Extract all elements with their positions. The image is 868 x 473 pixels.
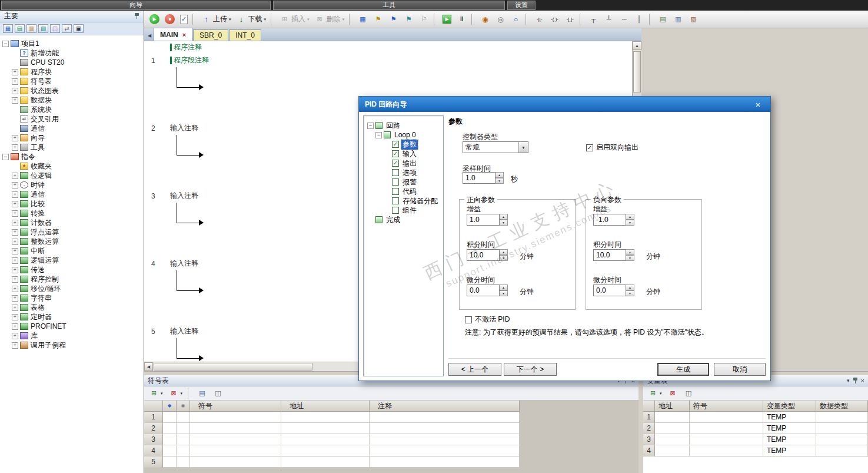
expander-icon[interactable] (12, 210, 18, 217)
symbol-cell[interactable] (690, 412, 763, 423)
row-number[interactable]: 1 (643, 412, 655, 423)
nav-data-block-icon[interactable] (38, 24, 48, 33)
properties-button[interactable]: ▾ (686, 12, 701, 27)
reverse-integral-field[interactable] (593, 249, 626, 261)
network-number[interactable]: 5 (151, 328, 155, 336)
forward-integral-field[interactable] (467, 249, 500, 261)
comment-column-header[interactable]: 注释 (370, 401, 520, 412)
project-tree-item[interactable]: 程序控制 (0, 274, 144, 284)
row-number[interactable]: 3 (643, 434, 655, 445)
filter-button[interactable]: ▾ (211, 388, 225, 399)
wizard-tree-item[interactable]: Loop 0 (364, 130, 443, 140)
wizard-tree-item[interactable]: 参数 (364, 140, 443, 149)
expander-icon[interactable] (12, 286, 18, 292)
spinner[interactable]: ▲▼ (500, 214, 508, 226)
symbol-cell[interactable] (190, 434, 281, 445)
spinner[interactable]: ▲▼ (626, 285, 634, 296)
symbol-type-cell[interactable] (163, 423, 177, 434)
project-tree-item[interactable]: 收藏夹 (0, 161, 144, 171)
close-icon[interactable]: × (861, 378, 864, 384)
address-column-header[interactable]: 地址 (655, 401, 690, 412)
project-tree-item[interactable]: CPU ST20 (0, 58, 144, 67)
project-tree-item[interactable]: 库 (0, 331, 144, 340)
step-checkbox-icon[interactable] (392, 188, 399, 195)
sample-time-field[interactable] (463, 172, 495, 184)
table-row[interactable]: 4 TEMP (643, 445, 868, 457)
network-comment[interactable]: 输入注释 (170, 328, 198, 335)
step-checkbox-icon[interactable] (392, 197, 399, 204)
var-type-column-header[interactable]: 变量类型 (763, 401, 816, 412)
table-row[interactable]: 2 TEMP (643, 423, 868, 434)
step-checkbox-icon[interactable] (392, 178, 399, 186)
comment-cell[interactable] (370, 412, 520, 423)
address-cell[interactable] (655, 445, 690, 457)
network-number[interactable]: 3 (151, 192, 155, 200)
project-tree-item[interactable]: 指令 (0, 152, 144, 161)
insert-row-button[interactable]: ▾ (646, 388, 664, 399)
read-forced-button[interactable]: ▾ (508, 12, 523, 27)
spinner[interactable]: ▲▼ (500, 249, 508, 261)
forward-integral-input[interactable]: ▲▼ (467, 249, 508, 261)
wizard-tree-item[interactable]: 输入 (364, 149, 443, 158)
insert-coil-button[interactable]: ▾ (547, 12, 562, 27)
symbol-status-cell[interactable] (177, 457, 190, 468)
expander-icon[interactable] (375, 132, 382, 138)
program-status-button[interactable]: ▾ (440, 12, 454, 27)
row-number[interactable]: 3 (144, 434, 163, 445)
table-row[interactable]: 3 TEMP (643, 434, 868, 445)
step-checkbox-icon[interactable] (392, 160, 399, 167)
project-tree-item[interactable]: 符号表 (0, 77, 144, 86)
step-checkbox-icon[interactable] (392, 207, 399, 214)
address-cell[interactable] (281, 445, 370, 457)
symbol-status-cell[interactable] (177, 412, 190, 423)
wizard-tree-item[interactable]: 代码 (364, 187, 443, 196)
symbol-column-header[interactable]: 符号 (690, 401, 763, 412)
upload-button[interactable]: 上传 ▾ (199, 12, 234, 27)
network-comment[interactable]: 输入注释 (170, 124, 198, 132)
address-cell[interactable] (655, 434, 690, 445)
data-type-cell[interactable] (816, 412, 868, 423)
project-tree-item[interactable]: 通信 (0, 190, 144, 199)
expander-icon[interactable] (12, 97, 18, 104)
nav-system-block-icon[interactable] (50, 24, 60, 33)
previous-bookmark-button[interactable]: ▾ (401, 12, 416, 27)
scroll-tabs-left-button[interactable]: ◀ (145, 30, 154, 41)
network-number[interactable]: 1 (151, 57, 155, 65)
expander-icon[interactable] (12, 333, 18, 339)
insert-box-button[interactable]: ▾ (563, 12, 577, 27)
symbol-info-table-button[interactable]: ▾ (656, 12, 670, 27)
reverse-integral-input[interactable]: ▲▼ (593, 249, 634, 261)
data-type-column-header[interactable]: 数据类型 (816, 401, 868, 412)
project-tree-item[interactable]: 时钟 (0, 180, 144, 190)
row-number[interactable]: 5 (144, 457, 163, 468)
floating-toolbar-title[interactable]: 向导 (1, 1, 271, 10)
forward-gain-field[interactable] (467, 214, 500, 226)
floating-toolbar-title[interactable]: 设置 (507, 1, 536, 10)
comment-cell[interactable] (370, 434, 520, 445)
cancel-button[interactable]: 取消 (714, 363, 766, 376)
filter-button[interactable]: ▾ (681, 388, 696, 399)
reverse-gain-field[interactable] (593, 214, 626, 226)
table-row[interactable]: 1 (144, 412, 638, 423)
step-checkbox-icon[interactable] (392, 141, 399, 148)
project-tree-item[interactable]: 新增功能 (0, 48, 144, 58)
project-tree-item[interactable]: 项目1 (0, 39, 144, 48)
program-comment[interactable]: 程序注释 (170, 44, 202, 51)
symbol-status-cell[interactable] (177, 423, 190, 434)
nav-program-editor-icon[interactable] (3, 24, 13, 33)
scroll-left-icon[interactable]: ◀ (144, 362, 153, 371)
wizard-tree-item[interactable]: 选项 (364, 168, 443, 177)
project-tree-item[interactable]: 中断 (0, 246, 144, 256)
expander-icon[interactable] (12, 314, 18, 320)
nav-cross-reference-icon[interactable] (62, 24, 72, 33)
close-icon[interactable]: × (751, 100, 764, 110)
table-row[interactable]: 2 (144, 423, 638, 434)
project-tree-item[interactable]: 交叉引用 (0, 114, 144, 124)
scrollbar-thumb[interactable] (154, 363, 312, 371)
expander-icon[interactable] (12, 144, 18, 151)
project-tree-item[interactable]: 状态图表 (0, 86, 144, 95)
chevron-down-icon[interactable]: ▼ (518, 142, 528, 153)
run-button[interactable]: ▾ (147, 12, 162, 27)
expander-icon[interactable] (12, 276, 18, 283)
address-cell[interactable] (281, 423, 370, 434)
